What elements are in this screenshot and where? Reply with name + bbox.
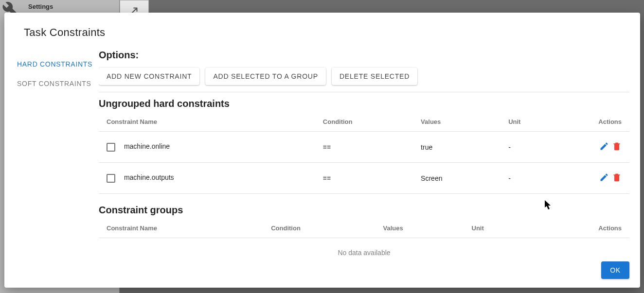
table-row: machine.outputs == Screen -	[99, 163, 629, 194]
col-values: Values	[413, 112, 501, 132]
dialog-content: Options: ADD NEW CONSTRAINT ADD SELECTED…	[99, 48, 640, 257]
pencil-icon	[599, 172, 609, 182]
constraint-name-cell: machine.outputs	[124, 173, 174, 181]
col-actions: Actions	[533, 219, 629, 238]
condition-cell: ==	[315, 163, 413, 194]
col-condition: Condition	[315, 112, 413, 132]
constraint-groups-table: Constraint Name Condition Values Unit Ac…	[99, 219, 629, 238]
groups-empty-message: No data available	[99, 238, 629, 257]
tab-hard-constraints[interactable]: HARD CONSTRAINTS	[4, 54, 99, 74]
task-constraints-dialog: Task Constraints HARD CONSTRAINTS SOFT C…	[4, 13, 640, 288]
delete-button[interactable]	[612, 172, 622, 182]
unit-cell: -	[501, 132, 568, 163]
ok-button[interactable]: OK	[601, 261, 629, 279]
col-condition: Condition	[263, 219, 375, 238]
values-cell: true	[413, 132, 501, 163]
col-unit: Unit	[464, 219, 533, 238]
tab-list: HARD CONSTRAINTS SOFT CONSTRAINTS	[4, 48, 99, 257]
add-new-constraint-button[interactable]: ADD NEW CONSTRAINT	[99, 68, 199, 85]
unit-cell: -	[501, 163, 568, 194]
edit-button[interactable]	[599, 141, 609, 151]
table-row: machine.online == true -	[99, 132, 629, 163]
dialog-footer: OK	[4, 257, 640, 288]
col-constraint-name: Constraint Name	[99, 219, 263, 238]
add-selected-to-group-button[interactable]: ADD SELECTED TO A GROUP	[205, 68, 326, 85]
dialog-title: Task Constraints	[4, 13, 640, 48]
edit-button[interactable]	[599, 172, 609, 182]
col-actions: Actions	[568, 112, 629, 132]
background-sidebar-label: Settings	[28, 3, 53, 10]
tab-soft-constraints[interactable]: SOFT CONSTRAINTS	[4, 74, 99, 93]
delete-button[interactable]	[612, 141, 622, 151]
ungrouped-section-title: Ungrouped hard constraints	[99, 92, 629, 112]
row-checkbox[interactable]	[107, 174, 115, 183]
col-constraint-name: Constraint Name	[99, 112, 315, 132]
col-unit: Unit	[501, 112, 568, 132]
options-label: Options:	[99, 48, 629, 68]
trash-icon	[612, 172, 622, 182]
constraint-name-cell: machine.online	[124, 142, 170, 150]
col-values: Values	[376, 219, 464, 238]
groups-section-title: Constraint groups	[99, 194, 629, 219]
trash-icon	[612, 141, 622, 151]
ungrouped-constraints-table: Constraint Name Condition Values Unit Ac…	[99, 112, 629, 194]
condition-cell: ==	[315, 132, 413, 163]
delete-selected-button[interactable]: DELETE SELECTED	[332, 68, 417, 85]
row-checkbox[interactable]	[107, 143, 115, 152]
pencil-icon	[599, 141, 609, 151]
options-button-row: ADD NEW CONSTRAINT ADD SELECTED TO A GRO…	[99, 68, 629, 92]
values-cell: Screen	[413, 163, 501, 194]
